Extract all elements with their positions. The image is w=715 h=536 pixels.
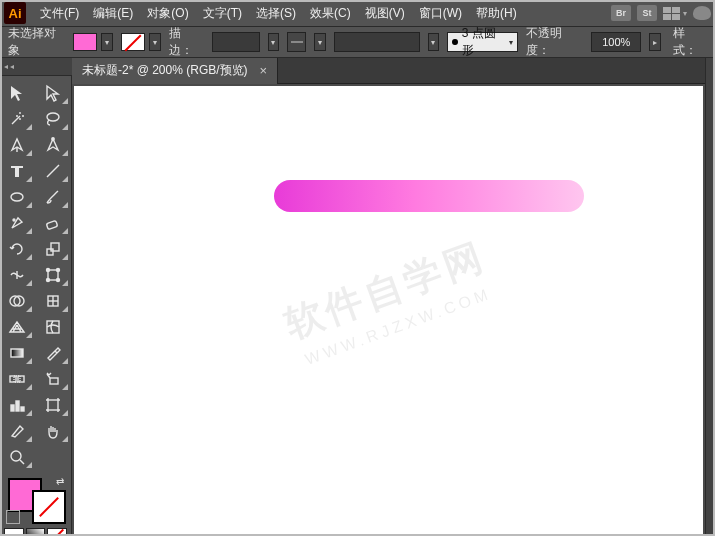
menu-select[interactable]: 选择(S) (250, 2, 302, 25)
hand-tool[interactable] (36, 418, 70, 444)
default-fill-stroke-icon[interactable] (6, 510, 20, 524)
svg-rect-29 (48, 400, 58, 410)
sync-icon[interactable] (693, 6, 711, 20)
stroke-weight-dropdown[interactable]: ▾ (268, 33, 280, 51)
color-mode-gradient[interactable] (26, 528, 46, 536)
column-graph-tool[interactable] (0, 392, 34, 418)
fill-dropdown[interactable]: ▾ (101, 33, 113, 51)
document-tab[interactable]: 未标题-2* @ 200% (RGB/预览) × (72, 58, 278, 84)
color-mode-solid[interactable] (4, 528, 24, 536)
menu-view[interactable]: 视图(V) (359, 2, 411, 25)
toolbox-spacer (36, 444, 70, 470)
menu-bar: Ai 文件(F) 编辑(E) 对象(O) 文字(T) 选择(S) 效果(C) 视… (0, 0, 715, 26)
svg-point-4 (11, 193, 23, 201)
canvas-area[interactable]: 软件自学网 WWW.RJZXW.COM (72, 84, 705, 536)
brush-preview[interactable] (334, 32, 420, 52)
collapse-chevrons-icon: ◂◂ (4, 62, 16, 71)
live-paint-bucket-tool[interactable] (36, 288, 70, 314)
menu-file[interactable]: 文件(F) (34, 2, 85, 25)
free-transform-tool[interactable] (36, 262, 70, 288)
slice-tool[interactable] (0, 418, 34, 444)
color-mode-none[interactable] (47, 528, 67, 536)
direct-selection-tool[interactable] (36, 80, 70, 106)
stroke-weight-input[interactable] (212, 32, 260, 52)
options-bar: 未选择对象 ▾ ▾ 描边： ▾ ▾ ▾ 3 点圆形 ▾ 不透明度： 100% ▸… (0, 26, 715, 58)
svg-point-30 (11, 451, 21, 461)
menu-type[interactable]: 文字(T) (197, 2, 248, 25)
menubar-right: Br St ▾ (611, 5, 711, 21)
menu-effect[interactable]: 效果(C) (304, 2, 357, 25)
stroke-control[interactable]: ▾ (121, 33, 161, 51)
zoom-tool[interactable] (0, 444, 34, 470)
svg-rect-28 (21, 407, 24, 411)
menu-object[interactable]: 对象(O) (141, 2, 194, 25)
opacity-label: 不透明度： (526, 25, 583, 59)
right-dock-strip[interactable] (705, 58, 715, 536)
svg-point-2 (51, 138, 53, 140)
brush-preview-dropdown[interactable]: ▾ (428, 33, 440, 51)
menu-edit[interactable]: 编辑(E) (87, 2, 139, 25)
width-tool[interactable] (0, 262, 34, 288)
menu-window[interactable]: 窗口(W) (413, 2, 468, 25)
gradient-pill-shape[interactable] (274, 180, 584, 212)
svg-point-11 (46, 269, 49, 272)
svg-rect-24 (14, 376, 20, 382)
svg-rect-26 (11, 405, 14, 411)
lasso-tool[interactable] (36, 106, 70, 132)
magic-wand-tool[interactable] (0, 106, 34, 132)
fill-control[interactable]: ▾ (73, 33, 113, 51)
document-tab-bar: 未标题-2* @ 200% (RGB/预览) × (72, 58, 705, 84)
rotate-tool[interactable] (0, 236, 34, 262)
perspective-grid-tool[interactable] (0, 314, 34, 340)
fill-swatch[interactable] (73, 33, 97, 51)
tab-close-button[interactable]: × (260, 63, 268, 78)
opacity-input[interactable]: 100% (591, 32, 641, 52)
eraser-tool[interactable] (36, 210, 70, 236)
artboard-tool[interactable] (36, 392, 70, 418)
curvature-tool[interactable] (36, 132, 70, 158)
selection-tool[interactable] (0, 80, 34, 106)
pen-tool[interactable] (0, 132, 34, 158)
menu-help[interactable]: 帮助(H) (470, 2, 523, 25)
svg-point-5 (13, 219, 15, 221)
shape-builder-tool[interactable] (0, 288, 34, 314)
svg-rect-7 (47, 249, 53, 255)
svg-rect-8 (51, 243, 59, 251)
watermark-line1: 软件自学网 (277, 231, 492, 351)
svg-rect-21 (11, 349, 23, 357)
stock-icon[interactable]: St (637, 5, 657, 21)
stroke-label: 描边： (169, 25, 203, 59)
stroke-swatch-none[interactable] (121, 33, 145, 51)
ellipse-tool[interactable] (0, 184, 34, 210)
type-tool[interactable] (0, 158, 34, 184)
swap-fill-stroke-icon[interactable]: ⇄ (56, 476, 64, 487)
toolbox: ⇄ (0, 76, 72, 536)
stroke-proxy[interactable] (32, 490, 66, 524)
line-segment-tool[interactable] (36, 158, 70, 184)
stroke-dropdown[interactable]: ▾ (149, 33, 161, 51)
paintbrush-tool[interactable] (36, 184, 70, 210)
svg-rect-6 (46, 220, 57, 229)
shaper-tool[interactable] (0, 210, 34, 236)
fill-stroke-control[interactable]: ⇄ (4, 476, 68, 524)
svg-point-13 (46, 279, 49, 282)
panel-collapse-strip[interactable]: ◂◂ (0, 58, 72, 76)
symbol-sprayer-tool[interactable] (36, 366, 70, 392)
blend-tool[interactable] (0, 366, 34, 392)
gradient-tool[interactable] (0, 340, 34, 366)
artboard[interactable]: 软件自学网 WWW.RJZXW.COM (74, 86, 703, 534)
scale-tool[interactable] (36, 236, 70, 262)
svg-rect-23 (18, 376, 24, 382)
eyedropper-tool[interactable] (36, 340, 70, 366)
brush-dot-icon (452, 39, 458, 45)
bridge-icon[interactable]: Br (611, 5, 631, 21)
vw-dropdown[interactable]: ▾ (314, 33, 326, 51)
svg-rect-22 (10, 376, 16, 382)
svg-point-14 (56, 279, 59, 282)
brush-definition[interactable]: 3 点圆形 ▾ (447, 32, 518, 52)
mesh-tool[interactable] (36, 314, 70, 340)
workspace-switcher-icon[interactable]: ▾ (663, 7, 687, 20)
variable-width-profile[interactable] (287, 32, 306, 52)
svg-rect-27 (16, 401, 19, 411)
opacity-dropdown[interactable]: ▸ (649, 33, 661, 51)
